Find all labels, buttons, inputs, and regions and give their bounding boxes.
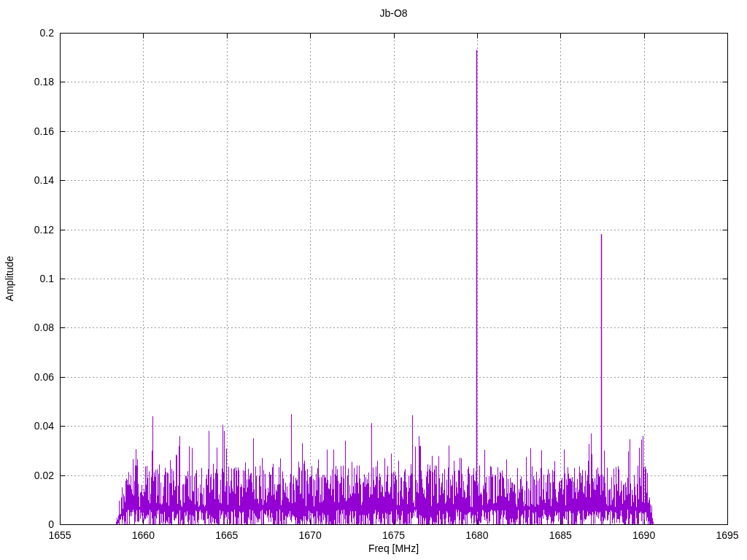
y-tick-label: 0.08 bbox=[34, 322, 54, 333]
y-tick-label: 0.04 bbox=[34, 420, 54, 432]
y-tick-label: 0.06 bbox=[34, 371, 54, 383]
spectrum-plot-canvas bbox=[0, 0, 747, 560]
y-tick-label: 0.14 bbox=[34, 174, 54, 186]
x-tick-label: 1665 bbox=[215, 529, 238, 541]
x-tick-label: 1660 bbox=[132, 529, 155, 541]
x-tick-label: 1690 bbox=[632, 529, 655, 541]
x-tick-label: 1675 bbox=[382, 529, 405, 541]
y-tick-label: 0.18 bbox=[34, 76, 54, 88]
x-tick-label: 1695 bbox=[716, 529, 738, 541]
x-tick-label: 1670 bbox=[299, 529, 322, 541]
chart-title: Jb-O8 bbox=[60, 7, 727, 19]
x-tick-label: 1685 bbox=[549, 529, 572, 541]
y-tick-label: 0.02 bbox=[34, 470, 54, 481]
y-axis-label: Amplitude bbox=[4, 206, 15, 351]
y-tick-label: 0.12 bbox=[34, 224, 54, 236]
x-axis-label: Freq [MHz] bbox=[60, 542, 727, 554]
y-tick-label: 0.2 bbox=[40, 27, 54, 39]
y-tick-label: 0.1 bbox=[40, 273, 54, 284]
x-tick-label: 1655 bbox=[48, 529, 71, 541]
y-tick-label: 0.16 bbox=[34, 125, 54, 137]
x-tick-label: 1680 bbox=[465, 529, 488, 541]
y-tick-label: 0 bbox=[48, 518, 54, 530]
spectrum-figure: Jb-O8 Freq [MHz] Amplitude 1655166016651… bbox=[0, 0, 747, 560]
